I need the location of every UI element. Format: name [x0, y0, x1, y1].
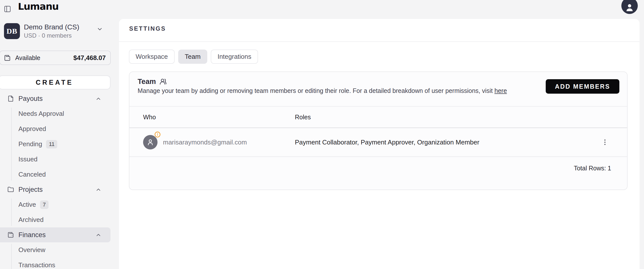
- file-icon: [8, 95, 14, 102]
- count-badge: 11: [46, 140, 57, 148]
- sidebar-item-needs-approval[interactable]: Needs Approval: [0, 106, 117, 121]
- table-header-row: Who Roles: [130, 107, 627, 128]
- sidebar-item-active[interactable]: Active 7: [0, 197, 117, 212]
- card-description: Manage your team by adding or removing t…: [138, 87, 507, 94]
- sidebar-toggle-button[interactable]: [2, 4, 12, 14]
- tab-workspace[interactable]: Workspace: [129, 50, 175, 64]
- sidebar-item-label: Overview: [18, 246, 45, 254]
- folder-icon: [8, 186, 14, 193]
- sidebar-item-overview[interactable]: Overview: [0, 242, 117, 257]
- tab-team[interactable]: Team: [178, 50, 208, 64]
- who-cell: marisaraymonds@gmail.com: [138, 135, 295, 149]
- column-header-roles: Roles: [295, 114, 619, 121]
- member-avatar: [143, 135, 158, 149]
- balance-label: Available: [15, 54, 40, 62]
- chevron-down-icon[interactable]: [96, 26, 103, 32]
- sidebar-item-transactions[interactable]: Transactions: [0, 257, 117, 269]
- card-description-text: Manage your team by adding or removing t…: [138, 87, 494, 94]
- table-footer: Total Rows: 1: [130, 157, 627, 172]
- wallet-icon: [8, 232, 14, 238]
- sidebar-section-label: Payouts: [18, 95, 43, 103]
- row-menu-button[interactable]: [599, 136, 611, 148]
- sidebar-section-label: Projects: [18, 186, 43, 193]
- sidebar-item-label: Pending: [18, 140, 42, 148]
- card-title: Team: [138, 78, 156, 86]
- sidebar-item-label: Needs Approval: [18, 110, 64, 118]
- column-header-who: Who: [138, 114, 295, 121]
- sidebar: DB Demo Brand (CS) USD · 0 members Avail…: [0, 19, 117, 269]
- user-icon: [624, 3, 634, 14]
- team-table: Who Roles: [130, 106, 627, 189]
- user-menu-button[interactable]: [621, 0, 638, 14]
- permissions-link[interactable]: here: [494, 87, 507, 94]
- sidebar-item-pending[interactable]: Pending 11: [0, 136, 117, 152]
- sidebar-finances-items: Overview Transactions: [0, 242, 117, 269]
- app-logo: Lumanu: [18, 1, 58, 12]
- sidebar-item-archived[interactable]: Archived: [0, 212, 117, 227]
- main-panel: SETTINGS Workspace Team Integrations Tea…: [119, 19, 640, 269]
- sidebar-item-label: Active: [18, 201, 36, 208]
- wallet-icon: [4, 55, 11, 61]
- sidebar-item-label: Canceled: [18, 171, 46, 178]
- member-email: marisaraymonds@gmail.com: [163, 138, 247, 146]
- sidebar-item-approved[interactable]: Approved: [0, 121, 117, 136]
- tab-integrations[interactable]: Integrations: [211, 50, 258, 64]
- panel-left-icon: [4, 5, 11, 13]
- sidebar-section-projects[interactable]: Projects: [0, 182, 110, 197]
- page-title: SETTINGS: [129, 25, 166, 32]
- settings-tabs: Workspace Team Integrations: [129, 50, 258, 64]
- available-balance[interactable]: Available $47,468.07: [0, 51, 111, 65]
- team-card: Team ADD MEMBERS Manage your team by add…: [129, 72, 628, 190]
- workspace-name: Demo Brand (CS): [24, 23, 80, 31]
- chevron-up-icon: [95, 96, 102, 102]
- chevron-up-icon: [95, 187, 102, 193]
- sidebar-item-issued[interactable]: Issued: [0, 152, 117, 167]
- sidebar-item-label: Archived: [18, 216, 44, 224]
- count-badge: 7: [40, 200, 48, 209]
- member-roles: Payment Collaborator, Payment Approver, …: [295, 138, 599, 146]
- sidebar-section-label: Finances: [18, 231, 46, 239]
- users-icon: [160, 78, 167, 85]
- sidebar-nav: Payouts Needs Approval Approved Pending …: [0, 91, 117, 269]
- sidebar-item-label: Issued: [18, 155, 38, 163]
- header-divider: [119, 41, 640, 42]
- workspace-switcher[interactable]: DB Demo Brand (CS) USD · 0 members: [4, 23, 80, 39]
- sidebar-item-label: Approved: [18, 125, 46, 133]
- workspace-meta: USD · 0 members: [24, 32, 80, 39]
- workspace-avatar: DB: [4, 23, 20, 39]
- table-row: marisaraymonds@gmail.com Payment Collabo…: [130, 128, 627, 157]
- chevron-up-icon: [95, 232, 102, 238]
- sidebar-item-label: Transactions: [18, 261, 55, 269]
- create-button[interactable]: CREATE: [0, 76, 110, 89]
- info-icon[interactable]: [154, 131, 161, 138]
- sidebar-item-canceled[interactable]: Canceled: [0, 167, 117, 182]
- sidebar-projects-items: Active 7 Archived: [0, 197, 117, 227]
- balance-amount: $47,468.07: [74, 54, 106, 62]
- sidebar-section-payouts[interactable]: Payouts: [0, 91, 110, 106]
- add-members-button[interactable]: ADD MEMBERS: [546, 79, 619, 94]
- sidebar-section-finances[interactable]: Finances: [0, 227, 110, 242]
- sidebar-payouts-items: Needs Approval Approved Pending 11 Issue…: [0, 106, 117, 182]
